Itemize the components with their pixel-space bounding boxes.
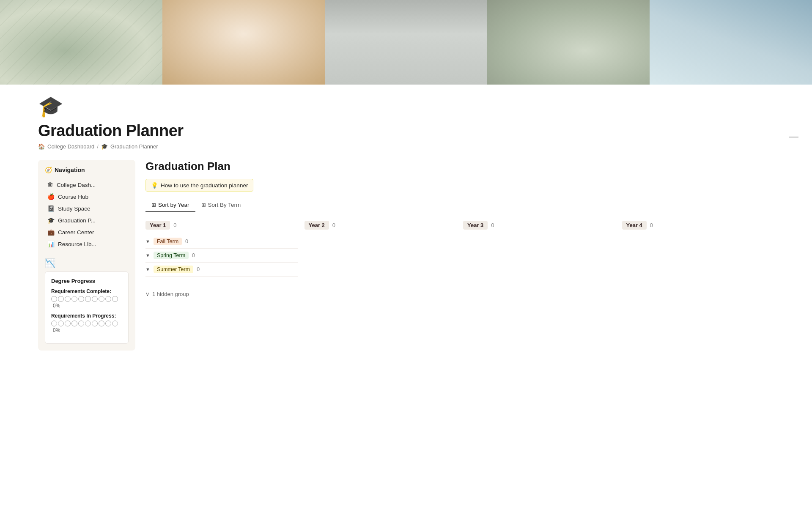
year-3-header: Year 3 0 [463,221,615,230]
year-3-count: 0 [491,222,494,228]
tab-sort-by-term[interactable]: ⊞ Sort By Term [195,198,247,212]
summer-term-badge-1: Summer Term [154,266,193,273]
apple-icon: 🍎 [47,193,55,200]
hidden-group[interactable]: ∨ 1 hidden group [145,287,774,301]
hero-image-2 [162,0,325,85]
year-2-count: 0 [332,222,335,228]
circle-7 [92,296,98,302]
circle-9 [105,296,111,302]
requirements-in-progress-circles: 0% [51,321,122,333]
hero-image-5 [650,0,812,85]
year-4-header: Year 4 0 [622,221,774,230]
circle-4 [71,296,77,302]
requirements-complete-label: Requirements Complete: [51,288,122,294]
year-1-header: Year 1 0 [145,221,298,230]
collapse-button[interactable]: — [789,131,798,142]
year-4-badge: Year 4 [622,221,647,230]
requirements-complete-pct: 0% [53,303,60,309]
graduation-icon: 🎓 [47,217,55,224]
breadcrumb: 🏠 College Dashboard / 🎓 Graduation Plann… [38,143,774,150]
sidebar-item-career-center-label: Career Center [58,229,94,236]
breadcrumb-home-icon: 🏠 [38,143,45,150]
year-4-count: 0 [650,222,653,228]
circle-ip-5 [78,321,84,326]
sidebar-item-college-dash[interactable]: 🏚 College Dash... [45,179,129,190]
spring-arrow-1[interactable]: ▼ [145,253,150,258]
table-icon-2: ⊞ [201,202,206,208]
sidebar-item-study-space-label: Study Space [58,206,91,212]
hero-strip [0,0,812,85]
year-1-column: Year 1 0 ▼ Fall Term 0 ▼ Spring Term 0 [145,221,298,277]
circle-ip-9 [105,321,111,326]
bar-chart-icon: 📉 [45,256,129,271]
tab-sort-by-year[interactable]: ⊞ Sort by Year [145,198,195,212]
chart-icon: 📊 [47,241,55,247]
notebook-icon: 📓 [47,205,55,212]
degree-progress-title: Degree Progress [51,278,122,284]
hint-label: How to use the graduation planner [161,182,248,189]
hint-icon: 💡 [151,182,158,189]
breadcrumb-cap-icon: 🎓 [101,143,108,150]
summer-term-count-1: 0 [197,266,200,272]
spring-term-count-1: 0 [192,252,195,258]
hidden-group-arrow: ∨ [145,291,150,297]
circle-ip-7 [92,321,98,326]
breadcrumb-current: Graduation Planner [110,143,158,150]
year-1-fall-term: ▼ Fall Term 0 [145,235,298,249]
sidebar-item-resource-lib-label: Resource Lib... [58,241,96,247]
circle-10 [112,296,118,302]
hero-image-4 [487,0,650,85]
sidebar-item-career-center[interactable]: 💼 Career Center [45,227,129,238]
circle-ip-4 [71,321,77,326]
table-icon-1: ⊞ [151,202,156,208]
sidebar-item-resource-lib[interactable]: 📊 Resource Lib... [45,238,129,249]
breadcrumb-separator: / [97,143,99,150]
circle-2 [58,296,64,302]
circle-1 [51,296,57,302]
requirements-complete-circles: 0% [51,296,122,309]
year-2-column: Year 2 0 [304,221,457,277]
year-1-spring-term: ▼ Spring Term 0 [145,249,298,263]
degree-progress-widget: Degree Progress Requirements Complete: [45,271,129,344]
tab-bar: ⊞ Sort by Year ⊞ Sort By Term [145,198,774,212]
circle-ip-3 [65,321,71,326]
main-content: Graduation Plan 💡 How to use the graduat… [145,160,774,301]
briefcase-icon: 💼 [47,229,55,236]
fall-term-count-1: 0 [185,238,188,244]
circle-ip-8 [99,321,104,326]
tab-sort-by-term-label: Sort By Term [208,202,241,208]
year-4-column: Year 4 0 [622,221,774,277]
fall-arrow-1[interactable]: ▼ [145,239,150,244]
spring-term-badge-1: Spring Term [154,252,189,259]
tab-sort-by-year-label: Sort by Year [158,202,189,208]
circle-3 [65,296,71,302]
circle-ip-6 [85,321,91,326]
circle-ip-1 [51,321,57,326]
breadcrumb-parent[interactable]: College Dashboard [47,143,94,150]
sidebar: 🧭 Navigation 🏚 College Dash... 🍎 Course … [38,160,135,351]
year-1-count: 0 [173,222,176,228]
circle-8 [99,296,104,302]
summer-arrow-1[interactable]: ▼ [145,267,150,272]
page-title: Graduation Planner [38,122,774,140]
requirements-in-progress-pct: 0% [53,327,60,333]
circle-6 [85,296,91,302]
sidebar-item-study-space[interactable]: 📓 Study Space [45,203,129,214]
year-3-badge: Year 3 [463,221,488,230]
hero-image-1 [0,0,162,85]
hero-image-3 [325,0,487,85]
hidden-group-label: 1 hidden group [152,291,189,297]
house-icon: 🏚 [47,181,53,188]
requirements-in-progress-label: Requirements In Progress: [51,313,122,319]
sidebar-item-course-hub-label: Course Hub [58,194,88,200]
graduation-plan-title: Graduation Plan [145,160,774,173]
sidebar-item-course-hub[interactable]: 🍎 Course Hub [45,191,129,202]
hint-button[interactable]: 💡 How to use the graduation planner [145,179,253,192]
circle-5 [78,296,84,302]
requirements-in-progress-section: Requirements In Progress: [51,313,122,333]
sidebar-item-graduation-label: Graduation P... [58,217,96,224]
year-columns: Year 1 0 ▼ Fall Term 0 ▼ Spring Term 0 [145,221,774,277]
fall-term-badge-1: Fall Term [154,238,182,245]
sidebar-item-graduation[interactable]: 🎓 Graduation P... [45,215,129,226]
requirements-complete-section: Requirements Complete: [51,288,122,309]
